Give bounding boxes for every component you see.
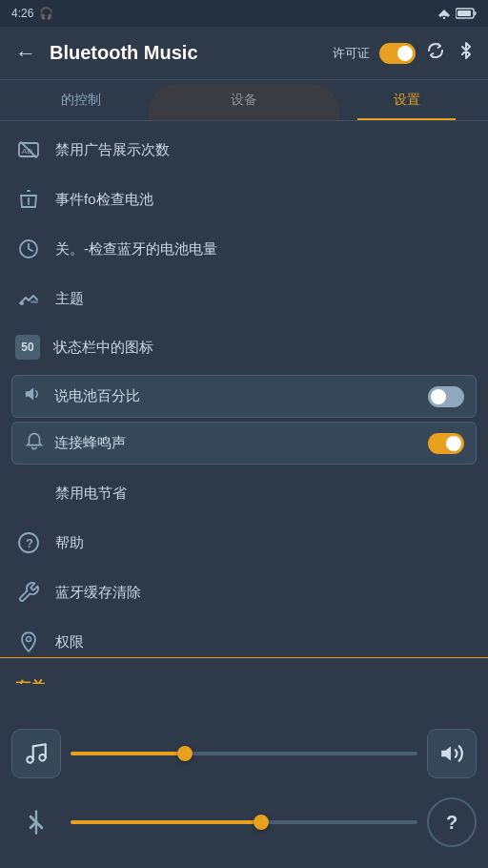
- battery-icon: [456, 8, 477, 19]
- ad-icon: AD: [15, 136, 42, 163]
- tab-device[interactable]: 设备: [163, 80, 326, 120]
- player-row-1: [0, 719, 488, 788]
- bt-cache-label: 蓝牙缓存清除: [55, 584, 141, 602]
- connect-beep-toggle[interactable]: [428, 433, 464, 454]
- headphone-icon: 🎧: [39, 7, 53, 20]
- status-bar: 4:26 🎧: [0, 0, 488, 27]
- status-right: [437, 8, 477, 19]
- settings-item-statusbar[interactable]: 50 状态栏中的图标: [0, 323, 488, 371]
- settings-item-ad-disable[interactable]: AD 禁用广告展示次数: [0, 125, 488, 175]
- back-button[interactable]: ←: [11, 37, 40, 70]
- help-label: 帮助: [55, 534, 84, 552]
- settings-item-disable-save[interactable]: 禁用电节省: [0, 468, 488, 518]
- location-icon: [15, 629, 42, 655]
- volume-thumb[interactable]: [177, 746, 193, 761]
- settings-item-help[interactable]: ? 帮助: [0, 518, 488, 568]
- brightness-track: [71, 820, 417, 824]
- tab-control[interactable]: 的控制: [0, 80, 163, 120]
- statusbar-icon-label: 状态栏中的图标: [53, 339, 153, 357]
- event-icon: [15, 186, 42, 213]
- player-row-2: ?: [0, 788, 488, 857]
- svg-point-14: [20, 301, 24, 305]
- ad-disable-label: 禁用广告展示次数: [55, 141, 170, 159]
- clock-icon: [15, 236, 42, 262]
- permission-toggle[interactable]: [379, 43, 416, 64]
- svg-rect-4: [475, 11, 477, 15]
- disable-save-icon: [15, 480, 42, 506]
- about-title: 有关: [15, 678, 473, 684]
- wrench-icon: [15, 579, 42, 606]
- divider: [0, 657, 488, 659]
- svg-rect-13: [30, 300, 38, 303]
- about-section: 有关 4.2版 开发magdelphi: [0, 667, 488, 684]
- bottom-player: ?: [0, 658, 488, 868]
- music-note-button[interactable]: [11, 729, 61, 778]
- help-icon: ?: [15, 529, 42, 556]
- permissions-label: 权限: [55, 633, 84, 651]
- status-time: 4:26: [11, 7, 33, 20]
- settings-item-theme[interactable]: 主题: [0, 274, 488, 323]
- settings-item-event-check[interactable]: 事件fo检查电池: [0, 175, 488, 224]
- settings-content: AD 禁用广告展示次数 事件fo检查电池: [0, 121, 488, 684]
- svg-point-18: [27, 637, 31, 642]
- svg-marker-21: [441, 746, 451, 760]
- tab-settings[interactable]: 设置: [325, 80, 488, 120]
- refresh-icon[interactable]: [425, 40, 446, 66]
- theme-icon: [15, 285, 42, 312]
- brightness-slider[interactable]: [71, 813, 417, 832]
- volume-button[interactable]: [427, 729, 477, 778]
- wifi-icon: [437, 8, 452, 19]
- permission-label: 许可证: [333, 45, 370, 62]
- battery-check-label: 关。-检查蓝牙的电池电量: [55, 240, 217, 258]
- toggle-connect-beep[interactable]: 连接蜂鸣声: [11, 422, 477, 465]
- svg-point-11: [28, 203, 30, 205]
- bt-indicator: [11, 797, 61, 847]
- statusbar-icon-indicator: 50: [15, 335, 40, 360]
- speak-battery-label: 说电池百分比: [54, 387, 418, 405]
- status-left: 4:26 🎧: [11, 7, 53, 20]
- header: ← Bluetooth Music 许可证: [0, 27, 488, 80]
- svg-point-2: [443, 17, 445, 19]
- event-check-label: 事件fo检查电池: [55, 191, 153, 209]
- settings-item-bt-cache[interactable]: 蓝牙缓存清除: [0, 568, 488, 617]
- theme-label: 主题: [55, 290, 84, 308]
- bell-icon: [24, 430, 45, 456]
- svg-point-20: [39, 754, 46, 761]
- svg-point-19: [27, 756, 33, 763]
- brightness-thumb[interactable]: [254, 815, 269, 830]
- tabs: 的控制 设备 设置: [0, 80, 488, 121]
- volume-slider[interactable]: [71, 744, 417, 763]
- svg-text:?: ?: [26, 536, 33, 550]
- disable-save-label: 禁用电节省: [55, 485, 127, 503]
- toggle-speak-battery[interactable]: 说电池百分比: [11, 375, 477, 418]
- settings-list: AD 禁用广告展示次数 事件fo检查电池: [0, 121, 488, 684]
- settings-item-battery-check[interactable]: 关。-检查蓝牙的电池电量: [0, 224, 488, 274]
- header-actions: 许可证: [333, 40, 477, 66]
- volume-track: [71, 752, 417, 755]
- svg-marker-15: [26, 388, 33, 401]
- speak-battery-toggle[interactable]: [428, 386, 464, 407]
- brightness-fill: [71, 820, 261, 824]
- bluetooth-icon[interactable]: [456, 40, 477, 66]
- volume-fill: [71, 752, 185, 755]
- page-title: Bluetooth Music: [50, 42, 323, 64]
- settings-item-permissions[interactable]: 权限: [0, 617, 488, 667]
- help-circle-button[interactable]: ?: [427, 797, 477, 847]
- svg-rect-5: [458, 10, 471, 16]
- speak-icon: [24, 383, 45, 409]
- connect-beep-label: 连接蜂鸣声: [54, 434, 418, 452]
